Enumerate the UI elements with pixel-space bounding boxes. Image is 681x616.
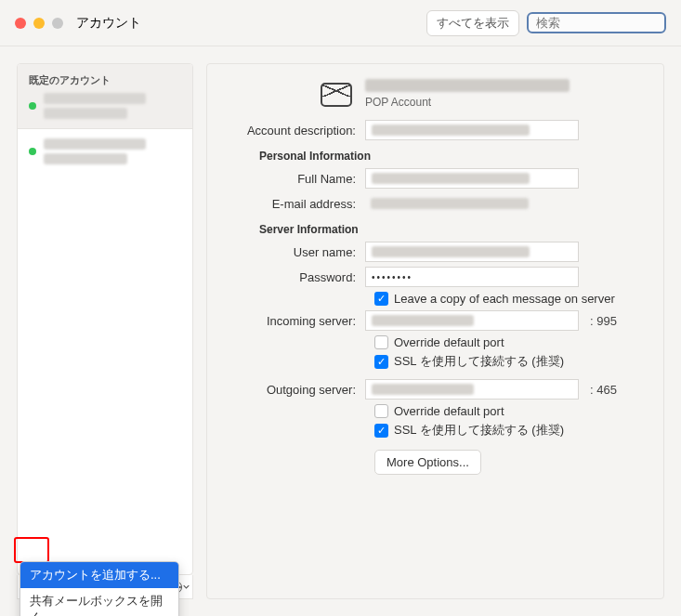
default-account-label: 既定のアカウント bbox=[29, 73, 181, 87]
row-outgoing: Outgoing server: : 465 bbox=[228, 379, 643, 400]
titlebar: アカウント すべてを表示 bbox=[0, 0, 681, 46]
checkbox-icon: ✓ bbox=[374, 292, 388, 306]
account-sub-redacted bbox=[44, 153, 127, 164]
search-input[interactable] bbox=[536, 16, 681, 30]
check-out-override[interactable]: Override default port bbox=[374, 404, 643, 418]
account-item[interactable] bbox=[18, 129, 192, 174]
value-redacted bbox=[372, 125, 530, 136]
checkbox-icon: ✓ bbox=[374, 424, 388, 438]
checkbox-icon bbox=[374, 404, 388, 418]
incoming-port: : 995 bbox=[590, 314, 617, 328]
label-leave-copy: Leave a copy of each message on server bbox=[394, 292, 615, 306]
minimize-icon[interactable] bbox=[33, 18, 45, 29]
account-header: POP Account bbox=[321, 79, 643, 109]
zoom-icon[interactable] bbox=[52, 18, 63, 29]
account-list: 既定のアカウント bbox=[17, 63, 193, 575]
row-username: User name: bbox=[228, 242, 643, 262]
input-fullname[interactable] bbox=[365, 168, 579, 189]
value-redacted bbox=[372, 246, 530, 257]
menu-open-shared[interactable]: 共有メールボックスを開く... bbox=[20, 588, 178, 616]
check-leave-copy[interactable]: ✓ Leave a copy of each message on server bbox=[374, 292, 643, 306]
row-fullname: Full Name: bbox=[228, 168, 643, 189]
status-dot-icon bbox=[29, 148, 36, 155]
password-mask: •••••••• bbox=[372, 272, 413, 282]
label-ssl: SSL を使用して接続する (推奨) bbox=[394, 422, 564, 439]
checkbox-icon bbox=[374, 335, 388, 349]
checkbox-icon: ✓ bbox=[374, 355, 388, 369]
chevron-down-icon bbox=[183, 584, 190, 589]
input-outgoing[interactable] bbox=[365, 379, 579, 400]
input-username[interactable] bbox=[365, 242, 579, 262]
account-type: POP Account bbox=[365, 96, 570, 109]
row-description: Account description: bbox=[228, 120, 643, 140]
account-name-redacted bbox=[44, 93, 146, 104]
check-out-ssl[interactable]: ✓ SSL を使用して接続する (推奨) bbox=[374, 422, 643, 439]
status-dot-icon bbox=[29, 102, 36, 110]
section-personal: Personal Information bbox=[259, 150, 643, 163]
label-description: Account description: bbox=[228, 124, 365, 138]
outgoing-port: : 465 bbox=[590, 383, 617, 397]
close-icon[interactable] bbox=[15, 18, 26, 29]
label-username: User name: bbox=[228, 245, 365, 259]
row-password: Password: •••••••• bbox=[228, 267, 643, 287]
label-fullname: Full Name: bbox=[228, 172, 365, 186]
value-redacted bbox=[372, 315, 474, 326]
check-in-ssl[interactable]: ✓ SSL を使用して接続する (推奨) bbox=[374, 353, 643, 370]
show-all-button[interactable]: すべてを表示 bbox=[426, 10, 519, 36]
label-email: E-mail address: bbox=[228, 197, 365, 211]
row-email: E-mail address: bbox=[228, 193, 643, 214]
label-override: Override default port bbox=[394, 335, 504, 349]
account-name-redacted bbox=[44, 138, 146, 150]
section-server: Server Information bbox=[259, 223, 643, 236]
menu-add-account[interactable]: アカウントを追加する... bbox=[20, 562, 178, 588]
label-password: Password: bbox=[228, 270, 365, 284]
account-item[interactable]: 既定のアカウント bbox=[18, 64, 192, 129]
row-incoming: Incoming server: : 995 bbox=[228, 310, 643, 331]
body: 既定のアカウント bbox=[0, 46, 681, 616]
add-menu: アカウントを追加する... 共有メールボックスを開く... bbox=[20, 561, 179, 616]
value-redacted bbox=[372, 384, 474, 395]
search-field[interactable] bbox=[527, 12, 666, 33]
mail-icon bbox=[321, 83, 352, 107]
more-options-button[interactable]: More Options... bbox=[374, 450, 481, 475]
input-description[interactable] bbox=[365, 120, 579, 140]
label-outgoing: Outgoing server: bbox=[228, 383, 365, 397]
label-incoming: Incoming server: bbox=[228, 314, 365, 328]
check-in-override[interactable]: Override default port bbox=[374, 335, 643, 349]
account-sidebar: 既定のアカウント bbox=[17, 63, 193, 599]
accounts-window: アカウント すべてを表示 既定のアカウント bbox=[0, 0, 681, 616]
label-ssl: SSL を使用して接続する (推奨) bbox=[394, 353, 564, 370]
account-sub-redacted bbox=[44, 108, 127, 119]
account-title-redacted bbox=[365, 79, 570, 92]
value-redacted bbox=[371, 198, 529, 209]
value-email bbox=[365, 193, 579, 214]
value-redacted bbox=[372, 173, 530, 184]
input-incoming[interactable] bbox=[365, 310, 579, 331]
window-controls bbox=[15, 18, 63, 29]
account-detail: POP Account Account description: Persona… bbox=[206, 63, 664, 599]
label-override: Override default port bbox=[394, 404, 504, 418]
window-title: アカウント bbox=[76, 15, 141, 32]
input-password[interactable]: •••••••• bbox=[365, 267, 579, 287]
